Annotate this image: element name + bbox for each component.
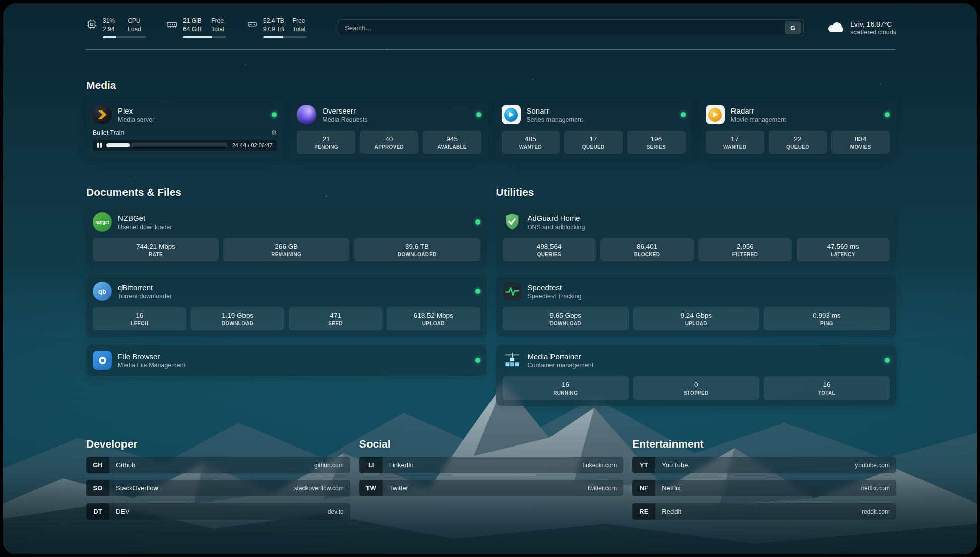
service-subtitle: Media File Management [118, 362, 186, 369]
service-card-nzbget[interactable]: nzbget NZBGet Usenet downloader 744.21 M… [86, 206, 487, 267]
memory-progress-bar [183, 36, 226, 38]
nzbget-icon: nzbget [93, 212, 112, 232]
service-subtitle: Usenet downloader [118, 224, 172, 231]
stat-queued: 22QUEUED [769, 131, 827, 154]
stat-wanted: 485WANTED [502, 131, 560, 154]
memory-total: 64 GiB [183, 26, 204, 34]
bookmark-reddit[interactable]: RE Reddit reddit.com [632, 503, 896, 520]
bookmarks-developer: Developer GH Github github.com SO StackO… [86, 438, 350, 520]
service-card-radarr[interactable]: Radarr Movie management 17WANTED 22QUEUE… [699, 99, 896, 160]
stat-latency: 47.569 msLATENCY [797, 238, 890, 261]
service-card-qbittorrent[interactable]: qb qBittorrent Torrent downloader 16LEEC… [86, 275, 487, 337]
bookmark-abbr: TW [359, 480, 383, 496]
stat-queued: 17QUEUED [564, 131, 623, 154]
service-subtitle: Series management [527, 116, 583, 123]
cloud-icon [827, 20, 845, 35]
service-name: Media Portainer [528, 352, 594, 362]
service-subtitle: Media Requests [322, 116, 368, 123]
service-subtitle: Movie management [731, 116, 786, 123]
now-playing-title: Bullet Train [93, 129, 125, 136]
service-card-overseerr[interactable]: Overseerr Media Requests 21PENDING 40APP… [290, 99, 487, 160]
cpu-progress-bar [103, 36, 146, 38]
bookmarks-entertainment: Entertainment YT YouTube youtube.com NF … [632, 438, 896, 520]
stat-download: 1.19 GbpsDOWNLOAD [191, 307, 284, 330]
bookmark-twitter[interactable]: TW Twitter twitter.com [359, 480, 624, 496]
playback-bar[interactable]: 24:44 / 02:06:47 [93, 140, 277, 151]
service-name: Overseerr [322, 106, 368, 116]
bookmark-url: dev.to [328, 508, 344, 515]
filebrowser-icon [93, 351, 112, 370]
bookmark-url: twitter.com [588, 485, 617, 492]
disk-total-label: Total [293, 26, 307, 34]
bookmark-linkedin[interactable]: LI LinkedIn linkedin.com [359, 457, 624, 473]
stat-total: 16TOTAL [764, 376, 890, 400]
cpu-widget: 31% CPU 2.94 Load [86, 17, 146, 38]
bookmark-youtube[interactable]: YT YouTube youtube.com [632, 457, 896, 473]
service-subtitle: Torrent downloader [118, 293, 172, 300]
search-bar: G [338, 19, 804, 36]
stat-downloaded: 39.6 TBDOWNLOADED [354, 238, 480, 261]
status-dot [476, 112, 481, 117]
weather-condition: scattered clouds [850, 29, 896, 36]
stat-movies: 834MOVIES [831, 131, 890, 154]
search-input[interactable] [345, 24, 785, 32]
section-documents: Documents & Files nzbget NZBGet Usenet d… [86, 186, 487, 406]
stat-rate: 744.21 MbpsRATE [93, 238, 219, 261]
bookmark-abbr: SO [86, 480, 109, 496]
bookmark-dev[interactable]: DT DEV dev.to [86, 503, 350, 520]
service-card-adguard[interactable]: AdGuard Home DNS and adblocking 498,564Q… [496, 206, 897, 267]
bookmark-name: DEV [116, 508, 130, 515]
stat-filtered: 2,956FILTERED [698, 238, 791, 261]
bookmark-netflix[interactable]: NF Netflix netflix.com [632, 480, 896, 496]
bookmark-github[interactable]: GH Github github.com [86, 457, 350, 473]
gear-icon[interactable]: ⚙ [271, 129, 277, 136]
disk-free-label: Free [293, 17, 307, 25]
cpu-icon [86, 19, 97, 32]
sonarr-icon [502, 105, 521, 124]
bookmark-name: Netflix [662, 484, 680, 492]
service-name: Sonarr [527, 106, 583, 116]
memory-free: 21 GiB [183, 17, 204, 25]
qbittorrent-icon: qb [93, 282, 112, 301]
service-subtitle: Media server [118, 116, 154, 123]
bookmark-stackoverflow[interactable]: SO StackOverflow stackoverflow.com [86, 480, 350, 496]
bookmark-name: Twitter [389, 484, 408, 492]
service-card-speedtest[interactable]: Speedtest Speedtest Tracking 9.65 GbpsDO… [496, 275, 897, 337]
adguard-icon [503, 212, 522, 232]
disk-progress-bar [263, 36, 307, 38]
pause-icon[interactable] [97, 143, 102, 148]
section-media: Media Plex Media server Bullet Train [86, 79, 896, 160]
stat-seed: 471SEED [289, 307, 382, 330]
bookmark-name: Github [116, 461, 135, 469]
section-title-social: Social [359, 438, 624, 450]
service-card-plex[interactable]: Plex Media server Bullet Train ⚙ [86, 99, 283, 160]
bookmark-name: Reddit [662, 508, 681, 515]
bookmark-url: linkedin.com [583, 462, 617, 469]
speedtest-icon [503, 282, 522, 301]
bookmark-abbr: YT [632, 457, 655, 473]
status-dot [475, 358, 480, 363]
stat-download: 9.65 GbpsDOWNLOAD [503, 307, 629, 330]
bookmark-url: github.com [314, 462, 344, 469]
bookmark-url: netflix.com [861, 485, 890, 492]
service-card-filebrowser[interactable]: File Browser Media File Management [86, 345, 487, 376]
service-name: NZBGet [118, 213, 172, 224]
playback-progress [106, 143, 130, 147]
service-card-sonarr[interactable]: Sonarr Series management 485WANTED 17QUE… [495, 99, 692, 160]
bookmark-url: stackoverflow.com [294, 485, 344, 492]
bookmark-abbr: RE [632, 503, 655, 520]
bookmark-abbr: DT [86, 503, 109, 520]
weather-location: Lviv, 16.87°C [850, 20, 896, 28]
memory-icon [166, 19, 177, 32]
section-title-developer: Developer [86, 438, 350, 450]
stat-available: 945AVAILABLE [423, 131, 481, 154]
memory-total-label: Total [211, 26, 226, 34]
status-dot [475, 219, 480, 225]
search-provider-button[interactable]: G [785, 21, 801, 34]
service-card-portainer[interactable]: Media Portainer Container management 16R… [496, 345, 897, 406]
service-subtitle: DNS and adblocking [528, 224, 585, 231]
service-name: File Browser [118, 352, 186, 362]
weather-widget[interactable]: Lviv, 16.87°C scattered clouds [827, 20, 896, 36]
playback-track[interactable] [106, 143, 228, 147]
bookmark-url: reddit.com [862, 508, 890, 515]
